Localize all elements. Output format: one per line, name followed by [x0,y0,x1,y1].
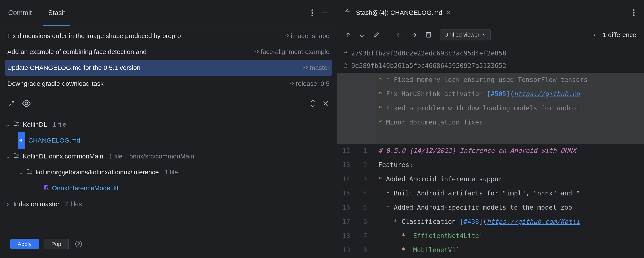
tree-index[interactable]: › Index on master 2 files [5,196,332,212]
svg-point-6 [304,67,305,68]
help-icon[interactable] [75,240,82,248]
commit-hash[interactable]: 9e589fb149b261a5fbc4668645950927a5123652 [351,62,506,69]
tree-package[interactable]: ⌄ kotlin/org/jetbrains/kotlinx/dl/onnx/i… [5,164,332,180]
lock-icon [343,49,348,57]
stash-list: Fix dimensions order in the image shape … [0,26,337,94]
chevron-right-icon: › [5,196,10,212]
markdown-file-icon: M↓ [18,132,25,149]
stash-actions: Apply Pop [0,233,337,258]
chevron-right-icon[interactable] [592,33,597,37]
svg-point-9 [17,124,19,126]
diff-count-label: 1 difference [603,31,636,39]
module-icon [13,148,20,164]
stash-panel: Commit Stash Fix dimensions order in the… [0,0,337,258]
pop-button[interactable]: Pop [44,239,69,249]
stash-entry-selected[interactable]: Update CHANGELOG.md for the 0.5.1 versio… [5,60,332,76]
stash-entry[interactable]: Downgrade gradle-download-task release_0… [5,76,332,92]
editor-tab-bar: Stash@{4}: CHANGELOG.md ✕ [337,0,644,25]
prev-diff-icon[interactable] [345,32,351,38]
chevron-down-icon: ⌄ [5,116,10,133]
svg-point-5 [255,51,256,52]
close-icon[interactable]: ✕ [446,9,451,16]
stash-entry[interactable]: Add an example of combining face detecti… [5,44,332,60]
tree-module[interactable]: ⌄ KotlinDL 1 file [5,116,332,133]
tab-commit[interactable]: Commit [8,5,32,21]
branch-tag: image_shape [284,32,330,40]
branch-tag: release_0.5 [289,80,330,87]
stash-msg: Update CHANGELOG.md for the 0.5.1 versio… [7,64,300,71]
editor-tab-label: Stash@{4}: CHANGELOG.md [356,9,442,16]
svg-point-15 [633,12,634,13]
kotlin-file-icon [43,180,49,196]
stash-msg: Fix dimensions order in the image shape … [7,32,281,40]
diff-panel: Stash@{4}: CHANGELOG.md ✕ Unified viewer [337,0,644,258]
svg-point-14 [633,9,634,11]
svg-point-1 [312,12,313,13]
tree-module[interactable]: ⌄ KotlinDL.onnx.commonMain 1 file onnx/s… [5,148,332,164]
lock-icon [343,62,348,69]
commit-hash[interactable]: 2793bffb29f2d0c2e22edc693c3ac95d4ef2e858 [351,49,506,57]
svg-point-7 [290,83,291,84]
stash-tab-bar: Commit Stash [0,0,337,26]
next-diff-icon[interactable] [359,32,365,38]
preview-icon[interactable] [22,99,31,108]
branch-tag: face-alignment-example [254,48,330,55]
branch-tag: master [303,64,330,71]
edit-icon[interactable] [373,32,380,38]
stash-msg: Downgrade gradle-download-task [7,80,286,87]
diff-code[interactable]: * * Fixed memory leak ensuring used Tens… [337,73,644,258]
stash-msg: Add an example of combining face detecti… [7,48,251,55]
open-file-icon[interactable] [425,32,432,38]
svg-point-8 [25,102,28,105]
changelist-icon[interactable] [8,99,16,107]
svg-point-2 [312,15,313,16]
kebab-menu-icon[interactable] [633,9,644,16]
folder-icon [26,164,33,180]
svg-rect-22 [344,65,347,67]
module-icon [13,116,20,133]
chevron-down-icon: ⌄ [18,164,23,180]
apply-button[interactable]: Apply [10,239,39,249]
nav-forward-icon[interactable] [411,32,417,38]
minimize-icon[interactable] [322,10,329,16]
back-arrow-icon [345,8,352,17]
tree-file-changelog[interactable]: M↓ CHANGELOG.md [5,133,332,148]
tab-stash[interactable]: Stash [48,5,66,21]
svg-point-16 [633,15,634,16]
svg-point-0 [312,10,313,11]
chevron-down-icon: ⌄ [5,148,10,164]
commit-hashes: 2793bffb29f2d0c2e22edc693c3ac95d4ef2e858… [337,44,644,73]
svg-point-4 [285,36,286,36]
svg-point-13 [78,245,79,246]
chevron-down-icon [482,31,486,38]
collapse-all-icon[interactable] [322,100,329,107]
diff-toolbar: Unified viewer 1 difference [337,25,644,44]
svg-point-10 [17,156,19,158]
editor-tab[interactable]: Stash@{4}: CHANGELOG.md ✕ [337,0,457,25]
kebab-menu-icon[interactable] [312,10,313,16]
tree-file-onnx[interactable]: OnnxInferenceModel.kt [5,180,332,196]
viewer-mode-dropdown[interactable]: Unified viewer [440,29,491,40]
file-tree-toolbar [0,94,337,113]
nav-back-icon [396,32,402,38]
changed-files-tree: ⌄ KotlinDL 1 file M↓ CHANGELOG.md ⌄ Kotl… [0,113,337,233]
stash-entry[interactable]: Fix dimensions order in the image shape … [5,28,332,44]
svg-rect-21 [344,53,347,55]
expand-collapse-icon[interactable] [310,99,316,108]
